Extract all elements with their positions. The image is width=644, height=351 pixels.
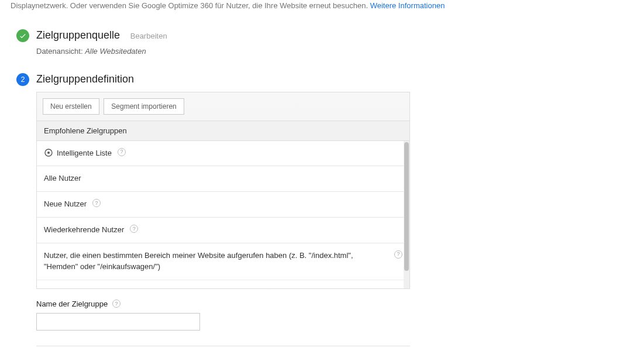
tab-bar: Neu erstellen Segment importieren bbox=[37, 92, 409, 121]
list-item[interactable]: Neue Nutzer ? bbox=[37, 192, 409, 218]
step1-value: Alle Websitedaten bbox=[85, 47, 146, 56]
audience-name-input[interactable] bbox=[36, 313, 200, 331]
smart-list-icon bbox=[44, 148, 53, 157]
intro-body: Displaynetzwerk. Oder verwenden Sie Goog… bbox=[11, 1, 368, 10]
help-icon[interactable]: ? bbox=[118, 148, 126, 156]
help-icon[interactable]: ? bbox=[92, 199, 101, 207]
list-item[interactable]: Nutzer, die eine Zielvorhaben-Conversion… bbox=[37, 280, 409, 288]
step2-number: 2 bbox=[21, 75, 25, 84]
tab-import-segment[interactable]: Segment importieren bbox=[104, 98, 184, 115]
step1-badge-done bbox=[16, 29, 29, 42]
list-item[interactable]: Alle Nutzer bbox=[37, 166, 409, 192]
list-item[interactable]: Nutzer, die einen bestimmten Bereich mei… bbox=[37, 243, 409, 280]
help-icon[interactable]: ? bbox=[112, 300, 120, 308]
help-icon[interactable]: ? bbox=[266, 287, 274, 288]
audience-name-label: Name der Zielgruppe bbox=[36, 300, 108, 308]
list-item-label: Alle Nutzer bbox=[44, 173, 81, 184]
step1-sublabel: Datenansicht: bbox=[36, 47, 83, 56]
list-item-label: Nutzer, die einen bestimmten Bereich mei… bbox=[44, 250, 388, 273]
step1-subline: Datenansicht: Alle Websitedaten bbox=[36, 47, 644, 56]
help-icon[interactable]: ? bbox=[394, 250, 402, 259]
step1-title: Zielgruppenquelle bbox=[36, 29, 120, 41]
step2-badge: 2 bbox=[16, 73, 29, 86]
step1-edit-link[interactable]: Bearbeiten bbox=[130, 32, 167, 40]
recommended-section-label: Empfohlene Zielgruppen bbox=[37, 121, 409, 141]
list-item-label: Intelligente Liste bbox=[57, 148, 112, 159]
more-info-link[interactable]: Weitere Informationen bbox=[370, 1, 445, 10]
svg-point-1 bbox=[47, 152, 50, 154]
divider bbox=[36, 346, 410, 346]
scrollbar-track[interactable] bbox=[404, 141, 409, 288]
step-audience-source: Zielgruppenquelle Bearbeiten Datenansich… bbox=[0, 29, 644, 56]
step-audience-definition: 2 Zielgruppendefinition Neu erstellen Se… bbox=[0, 73, 644, 352]
scrollbar-thumb[interactable] bbox=[404, 142, 409, 271]
intro-text: Displaynetzwerk. Oder verwenden Sie Goog… bbox=[0, 0, 644, 12]
audience-panel: Neu erstellen Segment importieren Empfoh… bbox=[36, 92, 410, 289]
list-item-label: Nutzer, die eine Zielvorhaben-Conversion… bbox=[44, 287, 260, 288]
step2-title: Zielgruppendefinition bbox=[36, 73, 134, 85]
list-item-label: Neue Nutzer bbox=[44, 199, 87, 210]
tab-create-new[interactable]: Neu erstellen bbox=[43, 98, 99, 115]
help-icon[interactable]: ? bbox=[130, 225, 138, 233]
check-icon bbox=[19, 32, 27, 40]
audience-list: Intelligente Liste ? Alle Nutzer Neue Nu… bbox=[37, 141, 409, 288]
list-item-label: Wiederkehrende Nutzer bbox=[44, 225, 124, 236]
list-item[interactable]: Wiederkehrende Nutzer ? bbox=[37, 218, 409, 243]
list-item[interactable]: Intelligente Liste ? bbox=[37, 141, 409, 167]
audience-name-field: Name der Zielgruppe ? bbox=[36, 300, 410, 331]
